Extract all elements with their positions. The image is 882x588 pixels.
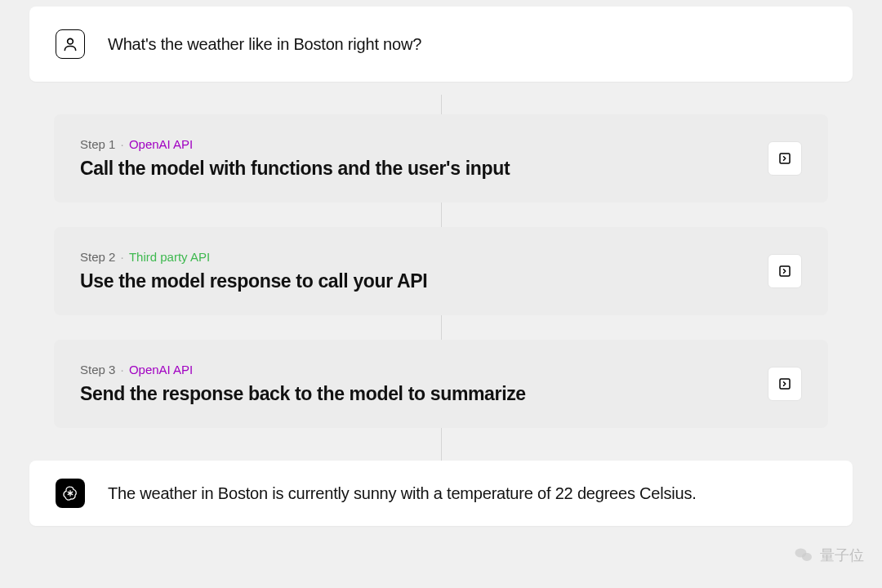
- steps-container: Step 1 · OpenAI API Call the model with …: [54, 114, 828, 428]
- code-expand-icon: [777, 264, 792, 278]
- wechat-icon: [792, 546, 815, 565]
- code-expand-icon: [777, 151, 792, 166]
- separator-dot: ·: [121, 363, 124, 376]
- watermark-text: 量子位: [820, 546, 864, 565]
- ai-message-card: The weather in Boston is currently sunny…: [29, 461, 853, 526]
- step-label: Step 3: [80, 363, 115, 376]
- user-avatar: [56, 29, 85, 59]
- step-content: Step 2 · Third party API Use the model r…: [80, 250, 427, 292]
- step-tag: OpenAI API: [129, 363, 193, 376]
- step-tag: Third party API: [129, 250, 210, 264]
- step-header: Step 2 · Third party API: [80, 250, 427, 264]
- step-card-1: Step 1 · OpenAI API Call the model with …: [54, 114, 828, 203]
- step-tag: OpenAI API: [129, 137, 193, 151]
- step-label: Step 1: [80, 137, 115, 151]
- expand-button[interactable]: [768, 367, 802, 401]
- svg-point-5: [802, 553, 812, 561]
- step-label: Step 2: [80, 250, 115, 264]
- separator-dot: ·: [121, 137, 124, 151]
- watermark: 量子位: [792, 546, 864, 565]
- user-message-card: What's the weather like in Boston right …: [29, 7, 853, 82]
- step-title: Call the model with functions and the us…: [80, 158, 510, 180]
- code-expand-icon: [777, 376, 792, 391]
- person-icon: [62, 36, 78, 52]
- expand-button[interactable]: [768, 141, 802, 176]
- step-title: Send the response back to the model to s…: [80, 383, 526, 405]
- user-message-text: What's the weather like in Boston right …: [108, 35, 421, 54]
- expand-button[interactable]: [768, 254, 802, 288]
- step-header: Step 1 · OpenAI API: [80, 137, 510, 151]
- svg-point-0: [68, 38, 74, 44]
- step-content: Step 3 · OpenAI API Send the response ba…: [80, 363, 526, 405]
- ai-message-text: The weather in Boston is currently sunny…: [108, 484, 697, 503]
- step-card-3: Step 3 · OpenAI API Send the response ba…: [54, 340, 828, 428]
- step-header: Step 3 · OpenAI API: [80, 363, 526, 376]
- ai-avatar: [56, 479, 85, 508]
- step-card-2: Step 2 · Third party API Use the model r…: [54, 227, 828, 315]
- step-title: Use the model response to call your API: [80, 270, 427, 292]
- separator-dot: ·: [121, 250, 124, 264]
- step-content: Step 1 · OpenAI API Call the model with …: [80, 137, 510, 180]
- openai-logo-icon: [61, 484, 79, 502]
